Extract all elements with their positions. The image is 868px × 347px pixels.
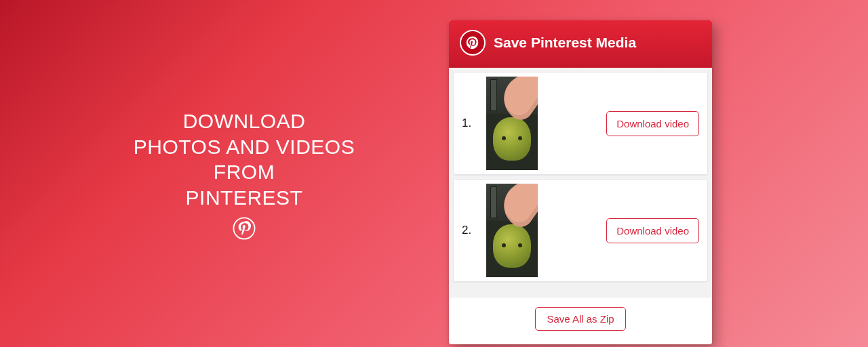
promo-line-4: PINTEREST	[95, 185, 393, 211]
extension-popup: Save Pinterest Media 1. Download video 2…	[449, 20, 712, 344]
save-all-zip-button[interactable]: Save All as Zip	[535, 307, 625, 331]
download-video-button[interactable]: Download video	[606, 218, 699, 243]
media-thumbnail	[486, 77, 538, 170]
promo-line-1: DOWNLOAD	[95, 108, 393, 134]
media-list: 1. Download video 2. Download video	[449, 68, 712, 297]
popup-header: Save Pinterest Media	[449, 20, 712, 72]
list-item: 2. Download video	[453, 179, 708, 282]
item-number: 1.	[462, 117, 475, 130]
popup-title: Save Pinterest Media	[494, 35, 636, 51]
promo-line-2: PHOTOS AND VIDEOS	[95, 134, 393, 160]
item-number: 2.	[462, 224, 475, 237]
promo-text: DOWNLOAD PHOTOS AND VIDEOS FROM PINTERES…	[95, 108, 393, 240]
list-item: 1. Download video	[453, 72, 708, 175]
pinterest-logo-icon	[460, 30, 486, 56]
media-thumbnail	[486, 184, 538, 277]
promo-line-3: FROM	[95, 159, 393, 185]
popup-footer: Save All as Zip	[449, 297, 712, 344]
pinterest-icon	[95, 217, 393, 240]
download-video-button[interactable]: Download video	[606, 111, 699, 136]
